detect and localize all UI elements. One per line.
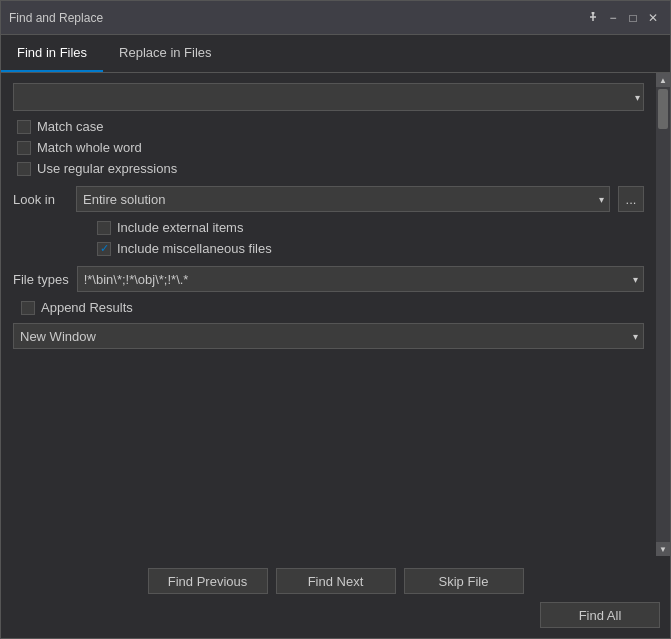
include-misc-row: Include miscellaneous files (93, 241, 644, 256)
look-in-select[interactable]: Entire solution Current Project Current … (76, 186, 610, 212)
append-results-label: Append Results (41, 300, 133, 315)
skip-file-button[interactable]: Skip File (404, 568, 524, 594)
buttons-bottom: Find Previous Find Next Skip File Find A… (1, 556, 670, 638)
main-content: ▾ Match case Match whole word Use regula… (1, 73, 656, 556)
append-results-row: Append Results (17, 300, 644, 315)
button-row-1: Find Previous Find Next Skip File (11, 568, 660, 594)
search-row: ▾ (13, 83, 644, 111)
scrollbar: ▲ ▼ (656, 73, 670, 556)
content-area: ▾ Match case Match whole word Use regula… (1, 73, 670, 556)
file-types-select-wrapper: !*\bin\*;!*\obj\*;!*\.* ▾ (77, 266, 644, 292)
match-whole-word-row: Match whole word (13, 140, 644, 155)
scroll-down-arrow[interactable]: ▼ (656, 542, 670, 556)
minimize-button[interactable]: − (604, 9, 622, 27)
tab-find-in-files[interactable]: Find in Files (1, 35, 103, 72)
scroll-thumb[interactable] (658, 89, 668, 129)
match-case-checkbox[interactable] (17, 120, 31, 134)
indent-section: Include external items Include miscellan… (13, 220, 644, 256)
use-regex-label: Use regular expressions (37, 161, 177, 176)
file-types-row: File types !*\bin\*;!*\obj\*;!*\.* ▾ (13, 266, 644, 292)
dialog-title: Find and Replace (9, 11, 103, 25)
use-regex-row: Use regular expressions (13, 161, 644, 176)
browse-button[interactable]: ... (618, 186, 644, 212)
pin-button[interactable] (584, 9, 602, 27)
button-row-2: Find All (11, 602, 660, 628)
title-bar: Find and Replace − □ ✕ (1, 1, 670, 35)
include-external-checkbox[interactable] (97, 221, 111, 235)
match-case-row: Match case (13, 119, 644, 134)
include-external-label: Include external items (117, 220, 243, 235)
svg-point-2 (592, 12, 595, 15)
tab-replace-in-files[interactable]: Replace in Files (103, 35, 228, 72)
append-results-checkbox[interactable] (21, 301, 35, 315)
include-misc-checkbox[interactable] (97, 242, 111, 256)
find-all-button[interactable]: Find All (540, 602, 660, 628)
output-location-wrapper: New Window Current Window ▾ (13, 323, 644, 349)
look-in-select-wrapper: Entire solution Current Project Current … (76, 186, 610, 212)
output-location-select[interactable]: New Window Current Window (13, 323, 644, 349)
file-types-label: File types (13, 272, 69, 287)
search-input[interactable] (13, 83, 644, 111)
tab-bar: Find in Files Replace in Files (1, 35, 670, 73)
find-replace-dialog: Find and Replace − □ ✕ Find in Files Rep… (0, 0, 671, 639)
include-misc-label: Include miscellaneous files (117, 241, 272, 256)
file-types-select[interactable]: !*\bin\*;!*\obj\*;!*\.* (77, 266, 644, 292)
close-button[interactable]: ✕ (644, 9, 662, 27)
match-case-label: Match case (37, 119, 103, 134)
find-next-button[interactable]: Find Next (276, 568, 396, 594)
look-in-row: Look in Entire solution Current Project … (13, 186, 644, 212)
maximize-button[interactable]: □ (624, 9, 642, 27)
find-previous-button[interactable]: Find Previous (148, 568, 268, 594)
title-buttons: − □ ✕ (584, 9, 662, 27)
match-whole-word-label: Match whole word (37, 140, 142, 155)
search-input-wrapper: ▾ (13, 83, 644, 111)
append-results-section: Append Results (13, 300, 644, 315)
use-regex-checkbox[interactable] (17, 162, 31, 176)
include-external-row: Include external items (93, 220, 644, 235)
look-in-label: Look in (13, 192, 68, 207)
scroll-track (656, 87, 670, 542)
match-whole-word-checkbox[interactable] (17, 141, 31, 155)
scroll-up-arrow[interactable]: ▲ (656, 73, 670, 87)
